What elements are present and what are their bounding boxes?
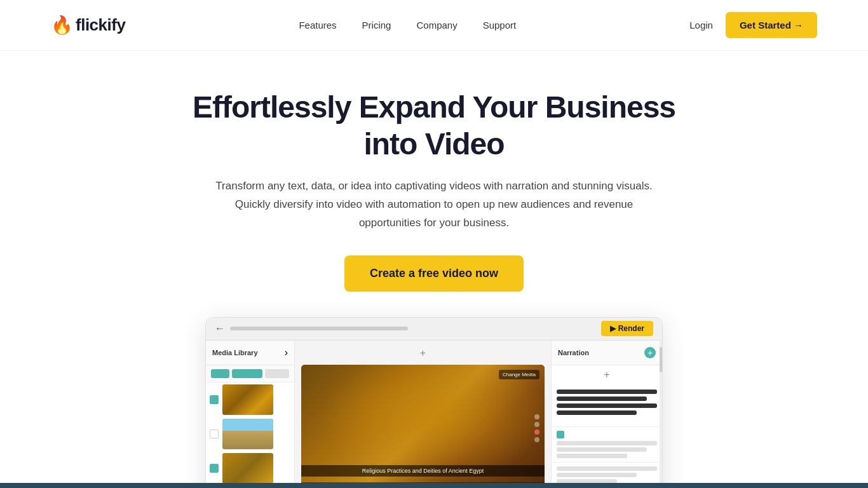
nar-line-light <box>557 447 647 452</box>
filter-block-3 <box>265 369 289 378</box>
media-thumb-3[interactable] <box>222 453 273 484</box>
narration-header: Narration + <box>552 341 662 365</box>
app-screenshot: ← ▶ Render Media Library › <box>205 317 663 488</box>
nar-check-row <box>557 431 657 438</box>
narration-lines-top <box>557 390 657 415</box>
dot-1 <box>534 414 539 419</box>
media-checkbox-2[interactable] <box>210 430 219 438</box>
logo[interactable]: 🔥 flickify <box>51 15 125 36</box>
hero-title: Effortlessly Expand Your Business into V… <box>180 89 688 162</box>
slide-video-main: Change Media Religious Practices and Dei… <box>301 365 545 488</box>
scrollbar[interactable] <box>660 341 662 488</box>
media-item <box>206 417 294 451</box>
nav-links: Features Pricing Company Support <box>299 20 516 31</box>
scrollbar-thumb <box>660 347 662 372</box>
bottom-bar <box>0 483 868 488</box>
get-started-button[interactable]: Get Started → <box>726 12 817 38</box>
app-toolbar: ← ▶ Render <box>206 318 662 341</box>
login-link[interactable]: Login <box>689 20 713 30</box>
nav-item-pricing[interactable]: Pricing <box>362 20 391 30</box>
media-thumb-2[interactable] <box>222 419 273 449</box>
nar-line <box>557 403 657 408</box>
narration-block-2 <box>552 426 662 462</box>
narration-add-button[interactable]: + <box>644 347 656 358</box>
media-header: Media Library › <box>206 341 294 365</box>
narration-panel: Narration + + <box>551 341 662 488</box>
media-item <box>206 383 294 417</box>
back-icon[interactable]: ← <box>215 323 225 334</box>
filter-block-1 <box>211 369 229 378</box>
nav-item-company[interactable]: Company <box>416 20 457 30</box>
navbar: 🔥 flickify Features Pricing Company Supp… <box>0 0 868 51</box>
nav-actions: Login Get Started → <box>689 12 817 38</box>
nar-text-lines-1 <box>557 441 657 458</box>
hero-subtitle: Transform any text, data, or idea into c… <box>205 177 663 233</box>
narration-section-1 <box>552 384 662 426</box>
slide-caption: Religious Practices and Deities of Ancie… <box>301 465 545 477</box>
nav-item-support[interactable]: Support <box>483 20 517 30</box>
nar-check <box>557 431 564 438</box>
hero-section: Effortlessly Expand Your Business into V… <box>0 51 868 488</box>
nar-line-light <box>557 441 657 445</box>
media-checkbox-3[interactable] <box>210 464 219 473</box>
nar-line <box>557 410 637 415</box>
nar-line <box>557 396 647 401</box>
center-panel: + Change Media Religiou <box>295 341 551 488</box>
media-item <box>206 451 294 485</box>
slide-container: + Change Media Religiou <box>295 341 551 488</box>
media-panel: Media Library › <box>206 341 295 488</box>
media-checkbox-1[interactable] <box>210 395 219 404</box>
render-button[interactable]: ▶ Render <box>601 321 653 336</box>
media-library-title: Media Library <box>212 349 258 356</box>
app-body: Media Library › <box>206 341 662 488</box>
media-items <box>206 383 294 488</box>
change-media-button[interactable]: Change Media <box>499 370 539 379</box>
logo-icon: 🔥 <box>51 15 73 36</box>
filter-block-2 <box>232 369 262 378</box>
nar-text-lines-2 <box>557 466 657 484</box>
narration-add-icon[interactable]: + <box>552 365 662 384</box>
logo-text: flickify <box>76 15 125 35</box>
slide-1: Change Media Religious Practices and Dei… <box>301 365 545 488</box>
progress-bar <box>230 327 408 330</box>
nar-line-light <box>557 466 657 471</box>
dot-2 <box>534 422 539 427</box>
media-filter-bar <box>206 365 294 383</box>
dot-3 <box>534 430 539 435</box>
media-panel-close-icon[interactable]: › <box>285 347 288 358</box>
dot-4 <box>534 437 539 442</box>
slide-add-top[interactable]: + <box>301 347 545 360</box>
nar-line-light <box>557 454 627 458</box>
cta-button[interactable]: Create a free video now <box>344 255 524 292</box>
nar-line <box>557 390 657 394</box>
nav-item-features[interactable]: Features <box>299 20 336 30</box>
media-thumb-1[interactable] <box>222 384 273 415</box>
nar-line-light <box>557 473 637 477</box>
narration-title: Narration <box>558 349 589 356</box>
slide-dots <box>534 414 539 442</box>
